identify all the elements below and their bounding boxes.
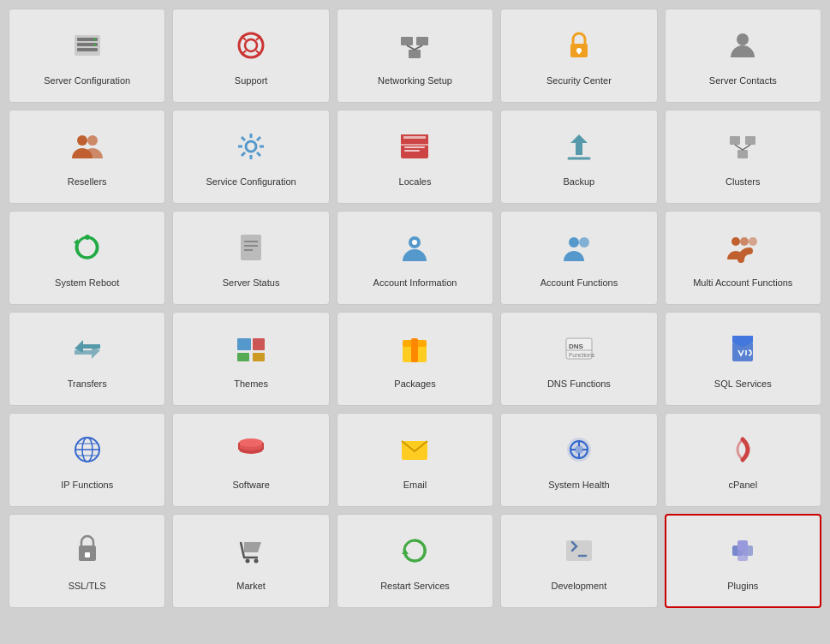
tile-support[interactable]: Support <box>172 9 329 103</box>
security-center-label: Security Center <box>546 75 612 86</box>
support-icon <box>234 28 268 68</box>
tile-ssl-tls[interactable]: SSL/TLS <box>9 514 165 608</box>
tile-resellers[interactable]: Resellers <box>9 110 165 204</box>
server-status-label: Server Status <box>223 277 280 289</box>
account-information-label: Account Information <box>373 277 457 289</box>
email-icon <box>397 432 432 472</box>
dns-functions-icon <box>562 331 596 371</box>
themes-icon <box>234 331 268 371</box>
packages-icon <box>397 331 432 371</box>
ip-functions-icon <box>70 432 104 472</box>
tile-email[interactable]: Email <box>337 413 493 507</box>
system-reboot-icon <box>70 230 104 270</box>
system-reboot-label: System Reboot <box>55 277 119 289</box>
software-label: Software <box>232 479 269 491</box>
tile-themes[interactable]: Themes <box>172 312 329 406</box>
ip-functions-label: IP Functions <box>61 479 113 491</box>
account-functions-icon <box>562 230 596 270</box>
clusters-label: Clusters <box>726 176 760 188</box>
server-contacts-icon <box>726 28 760 68</box>
locales-label: Locales <box>399 176 432 188</box>
server-configuration-label: Server Configuration <box>44 75 130 86</box>
development-label: Development <box>551 580 606 592</box>
account-information-icon <box>397 230 432 270</box>
ssl-tls-icon <box>70 534 104 573</box>
dns-functions-label: DNS Functions <box>547 378 611 390</box>
tile-grid: Server ConfigurationSupportNetworking Se… <box>9 9 821 608</box>
market-icon <box>234 534 268 573</box>
transfers-icon <box>70 331 104 371</box>
clusters-icon <box>726 129 760 169</box>
tile-server-configuration[interactable]: Server Configuration <box>9 9 165 103</box>
tile-system-health[interactable]: System Health <box>500 413 657 507</box>
tile-account-information[interactable]: Account Information <box>337 211 493 305</box>
tile-plugins[interactable]: Plugins <box>665 514 821 608</box>
server-configuration-icon <box>70 28 104 68</box>
system-health-label: System Health <box>548 479 610 491</box>
packages-label: Packages <box>394 378 435 390</box>
tile-transfers[interactable]: Transfers <box>9 312 165 406</box>
tile-dns-functions[interactable]: DNS Functions <box>500 312 657 406</box>
tile-software[interactable]: Software <box>172 413 329 507</box>
multi-account-functions-label: Multi Account Functions <box>693 277 792 289</box>
server-status-icon <box>234 230 268 270</box>
restart-services-label: Restart Services <box>380 580 450 592</box>
tile-restart-services[interactable]: Restart Services <box>337 514 493 608</box>
market-label: Market <box>236 580 266 592</box>
support-label: Support <box>235 75 268 86</box>
themes-label: Themes <box>234 378 268 390</box>
networking-setup-icon <box>397 28 432 68</box>
cpanel-icon <box>726 432 760 472</box>
networking-setup-label: Networking Setup <box>378 75 452 86</box>
locales-icon <box>397 129 432 169</box>
tile-server-contacts[interactable]: Server Contacts <box>665 9 821 103</box>
tile-locales[interactable]: Locales <box>337 110 493 204</box>
email-label: Email <box>403 479 427 491</box>
sql-services-icon <box>726 331 760 371</box>
tile-networking-setup[interactable]: Networking Setup <box>337 9 493 103</box>
server-contacts-label: Server Contacts <box>709 75 777 86</box>
tile-multi-account-functions[interactable]: Multi Account Functions <box>665 211 821 305</box>
plugins-label: Plugins <box>727 580 758 592</box>
tile-service-configuration[interactable]: Service Configuration <box>172 110 329 204</box>
system-health-icon <box>562 432 596 472</box>
resellers-label: Resellers <box>68 176 107 188</box>
account-functions-label: Account Functions <box>540 277 618 289</box>
development-icon <box>562 534 596 573</box>
tile-server-status[interactable]: Server Status <box>172 211 329 305</box>
restart-services-icon <box>397 534 432 573</box>
tile-development[interactable]: Development <box>500 514 657 608</box>
sql-services-label: SQL Services <box>714 378 772 390</box>
service-configuration-label: Service Configuration <box>206 176 296 188</box>
backup-label: Backup <box>564 176 595 188</box>
cpanel-label: cPanel <box>728 479 757 491</box>
software-icon <box>234 432 268 472</box>
tile-market[interactable]: Market <box>172 514 329 608</box>
tile-clusters[interactable]: Clusters <box>665 110 821 204</box>
service-configuration-icon <box>234 129 268 169</box>
resellers-icon <box>70 129 104 169</box>
tile-cpanel[interactable]: cPanel <box>665 413 821 507</box>
transfers-label: Transfers <box>68 378 107 390</box>
security-center-icon <box>562 28 596 68</box>
backup-icon <box>562 129 596 169</box>
plugins-icon <box>726 534 760 573</box>
tile-security-center[interactable]: Security Center <box>500 9 657 103</box>
multi-account-functions-icon <box>726 230 760 270</box>
tile-backup[interactable]: Backup <box>500 110 657 204</box>
tile-ip-functions[interactable]: IP Functions <box>9 413 165 507</box>
tile-account-functions[interactable]: Account Functions <box>500 211 657 305</box>
tile-packages[interactable]: Packages <box>337 312 493 406</box>
tile-sql-services[interactable]: SQL Services <box>665 312 821 406</box>
tile-system-reboot[interactable]: System Reboot <box>9 211 165 305</box>
ssl-tls-label: SSL/TLS <box>69 580 106 592</box>
